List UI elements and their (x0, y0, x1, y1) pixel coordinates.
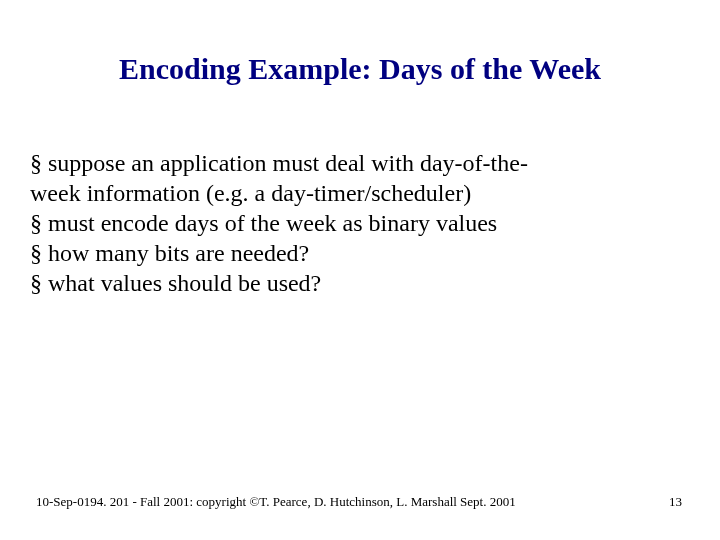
bullet-continuation: week information (e.g. a day-timer/sched… (30, 178, 690, 208)
bullet-item: §how many bits are needed? (30, 238, 690, 268)
slide: Encoding Example: Days of the Week §supp… (0, 0, 720, 540)
bullet-text: what values should be used? (48, 270, 321, 296)
bullet-marker: § (30, 270, 42, 296)
bullet-text: suppose an application must deal with da… (48, 150, 528, 176)
slide-content: §suppose an application must deal with d… (30, 148, 690, 298)
slide-title: Encoding Example: Days of the Week (0, 52, 720, 86)
bullet-marker: § (30, 240, 42, 266)
bullet-marker: § (30, 210, 42, 236)
bullet-text: how many bits are needed? (48, 240, 309, 266)
bullet-item: §must encode days of the week as binary … (30, 208, 690, 238)
bullet-marker: § (30, 150, 42, 176)
bullet-item: §what values should be used? (30, 268, 690, 298)
bullet-item: §suppose an application must deal with d… (30, 148, 690, 178)
bullet-text: must encode days of the week as binary v… (48, 210, 497, 236)
footer-text: 10-Sep-0194. 201 - Fall 2001: copyright … (36, 494, 516, 510)
page-number: 13 (669, 494, 682, 510)
